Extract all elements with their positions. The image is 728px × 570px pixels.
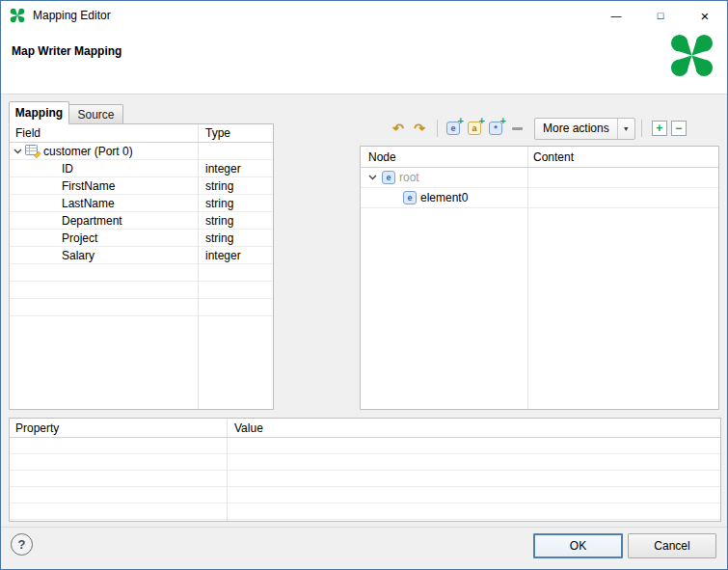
chevron-down-icon[interactable] <box>366 172 378 183</box>
empty-row <box>10 264 273 282</box>
field-row[interactable]: Project string <box>10 230 273 247</box>
tree-row-customer[interactable]: customer (Port 0) <box>10 143 273 160</box>
collapse-all-button[interactable]: − <box>671 121 687 136</box>
field-type: string <box>198 231 233 245</box>
field-type: string <box>198 214 233 228</box>
empty-row <box>10 299 273 316</box>
tab-source-label: Source <box>77 108 114 122</box>
clover-logo <box>669 33 715 78</box>
maximize-icon: □ <box>658 10 664 21</box>
toolbar-divider <box>641 120 642 137</box>
help-button[interactable]: ? <box>11 533 33 556</box>
question-mark-icon: ? <box>18 537 26 552</box>
cancel-button[interactable]: Cancel <box>628 533 716 558</box>
mapping-editor-window: Mapping Editor — □ × Map Writer Mapping <box>0 0 728 570</box>
column-header-content[interactable]: Content <box>527 150 574 164</box>
node-table-header: Node Content <box>361 147 718 168</box>
tab-mapping[interactable]: Mapping <box>9 101 69 124</box>
record-metadata-icon <box>25 144 41 158</box>
chevron-down-icon: ▼ <box>618 125 634 132</box>
footer-divider <box>1 527 727 528</box>
field-row[interactable]: Department string <box>10 212 273 230</box>
field-name: LastName <box>10 197 198 210</box>
tab-source[interactable]: Source <box>69 104 123 123</box>
dialog-header: Map Writer Mapping <box>1 30 727 95</box>
window-title: Mapping Editor <box>33 9 111 22</box>
add-child-element-button[interactable]: e + <box>444 119 463 138</box>
add-attribute-button[interactable]: a + <box>465 119 484 138</box>
field-type: integer <box>198 249 241 262</box>
field-row[interactable]: Salary integer <box>10 247 273 264</box>
column-header-node[interactable]: Node <box>361 150 527 164</box>
field-name: Project <box>10 231 198 245</box>
property-table: Property Value <box>9 418 721 522</box>
field-name: FirstName <box>10 179 198 193</box>
empty-row <box>10 487 720 503</box>
field-row[interactable]: FirstName string <box>10 177 273 195</box>
plus-badge-icon: + <box>458 116 464 126</box>
map-button[interactable]: ↶ <box>389 119 408 138</box>
page-title: Map Writer Mapping <box>12 44 121 58</box>
property-table-header: Property Value <box>10 419 720 438</box>
empty-row <box>10 282 273 299</box>
empty-row <box>10 503 720 520</box>
window-controls: — □ × <box>594 1 727 30</box>
field-row[interactable]: ID integer <box>10 160 273 177</box>
tab-mapping-label: Mapping <box>15 106 63 120</box>
column-header-field[interactable]: Field <box>10 126 198 140</box>
column-divider <box>527 147 528 409</box>
tree-row-root[interactable]: e root <box>361 168 718 188</box>
node-label: element0 <box>420 191 468 204</box>
element-icon: e <box>403 191 417 204</box>
field-type: string <box>198 197 233 210</box>
maximize-button[interactable]: □ <box>638 1 683 30</box>
node-table: Node Content e root e element0 <box>360 146 719 410</box>
tree-row-element0[interactable]: e element0 <box>361 188 718 208</box>
empty-row <box>10 471 720 487</box>
minimize-icon: — <box>611 10 622 21</box>
column-divider <box>198 124 199 409</box>
add-wildcard-element-button[interactable]: * + <box>486 119 505 138</box>
more-actions-button[interactable]: More actions ▼ <box>534 118 635 140</box>
empty-row <box>10 454 720 471</box>
field-table: Field Type customer (Port 0) ID integer <box>9 123 274 410</box>
minimize-button[interactable]: — <box>594 1 638 30</box>
plus-badge-icon: + <box>479 116 485 126</box>
more-actions-label: More actions <box>535 122 617 135</box>
node-label: root <box>399 171 419 184</box>
plus-icon: + <box>656 122 662 134</box>
ok-button[interactable]: OK <box>533 533 623 558</box>
minus-icon <box>512 127 523 130</box>
field-row[interactable]: LastName string <box>10 195 273 212</box>
unmap-button[interactable]: ↷ <box>410 119 429 138</box>
column-header-value[interactable]: Value <box>227 421 263 435</box>
unmap-arrow-icon: ↷ <box>414 122 425 135</box>
empty-row <box>10 438 720 454</box>
column-header-property[interactable]: Property <box>10 421 227 435</box>
tree-root-label: customer (Port 0) <box>43 145 133 158</box>
close-icon: × <box>701 8 710 24</box>
field-type: integer <box>198 162 241 176</box>
field-name: Salary <box>10 249 198 262</box>
element-icon: e <box>382 171 395 184</box>
minus-icon: − <box>675 122 682 134</box>
column-header-type[interactable]: Type <box>198 126 230 140</box>
ok-button-label: OK <box>570 539 586 553</box>
cancel-button-label: Cancel <box>654 539 689 553</box>
node-toolbar: ↶ ↷ e + a + * + More actions ▼ + <box>360 115 719 142</box>
field-table-header: Field Type <box>10 124 273 143</box>
field-name: ID <box>10 162 198 176</box>
chevron-down-icon[interactable] <box>12 146 23 157</box>
close-button[interactable]: × <box>683 1 727 30</box>
remove-button[interactable] <box>507 119 526 138</box>
toolbar-divider <box>437 120 438 137</box>
map-arrow-icon: ↶ <box>392 122 404 135</box>
expand-all-button[interactable]: + <box>652 121 667 136</box>
plus-badge-icon: + <box>500 116 506 126</box>
clover-app-icon <box>10 8 25 23</box>
titlebar[interactable]: Mapping Editor — □ × <box>1 1 727 30</box>
field-type: string <box>198 179 233 193</box>
field-name: Department <box>10 214 198 228</box>
